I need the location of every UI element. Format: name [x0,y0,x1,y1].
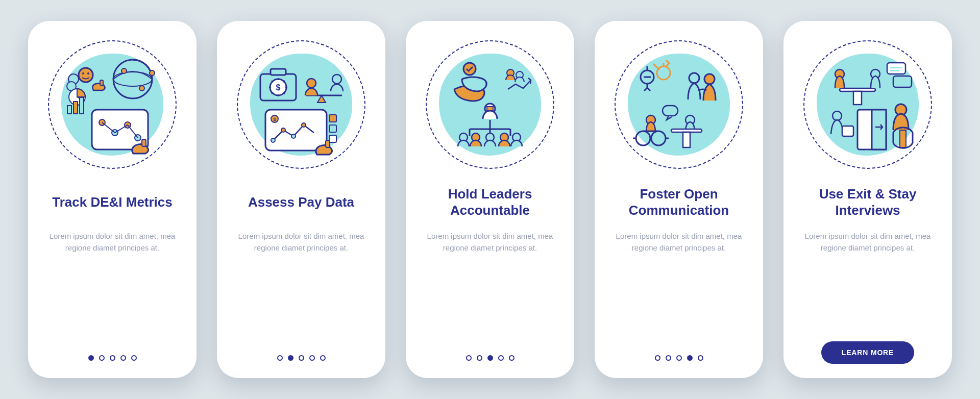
card-body: Lorem ipsum dolor sit dim amet, mea regi… [417,230,563,254]
card-title: Assess Pay Data [244,185,358,219]
communication-icon [623,48,735,161]
card-title: Use Exit & Stay Interviews [795,185,941,219]
svg-point-31 [291,134,296,138]
pay-data-icon: $ $ [245,48,357,161]
dot-1[interactable] [655,355,660,361]
dot-4[interactable] [498,355,504,361]
dot-3[interactable] [299,355,304,361]
dot-5[interactable] [698,355,703,361]
card-body: Lorem ipsum dolor sit dim amet, mea regi… [795,230,941,254]
dot-5[interactable] [320,355,326,361]
pagination-dots [277,355,326,361]
svg-rect-34 [329,125,336,132]
onboarding-card-4: Foster Open Communication Lorem ipsum do… [595,21,763,378]
interviews-illustration [801,38,934,171]
svg-rect-33 [329,115,336,122]
learn-more-button[interactable]: LEARN MORE [821,341,915,364]
pagination-dots [655,355,703,361]
communication-illustration [612,38,745,171]
dot-5[interactable] [509,355,514,361]
svg-point-4 [150,70,155,76]
svg-point-50 [704,74,715,84]
onboarding-cards-row: Track DE&I Metrics Lorem ipsum dolor sit… [28,21,952,378]
dot-4[interactable] [120,355,126,361]
card-title: Foster Open Communication [606,185,752,219]
pagination-dots [88,355,137,361]
metrics-illustration [46,38,179,171]
svg-point-69 [832,111,842,120]
dot-4[interactable] [687,355,693,361]
pay-data-illustration: $ $ [235,38,368,171]
dot-2[interactable] [666,355,671,361]
svg-point-24 [307,79,316,88]
leaders-illustration [424,38,556,171]
svg-text:$: $ [273,117,276,122]
interviews-icon [812,48,924,161]
card-title: Track DE&I Metrics [48,185,177,219]
svg-point-37 [463,63,476,75]
dot-3[interactable] [110,355,115,361]
svg-point-53 [651,131,666,145]
dot-2[interactable] [477,355,482,361]
svg-point-30 [281,128,285,132]
svg-rect-10 [67,106,71,114]
svg-point-29 [271,138,275,142]
svg-rect-57 [663,106,678,116]
metrics-icon [56,48,168,161]
svg-rect-12 [80,97,84,114]
svg-point-2 [121,68,127,73]
svg-rect-68 [872,110,886,149]
dot-2[interactable] [288,355,293,361]
svg-point-6 [82,72,84,74]
dot-1[interactable] [466,355,472,361]
onboarding-card-2: $ $ A [217,21,385,378]
dot-2[interactable] [99,355,105,361]
svg-rect-64 [890,70,899,71]
svg-rect-59 [853,91,862,105]
card-body: Lorem ipsum dolor sit dim amet, mea regi… [39,230,185,254]
dot-1[interactable] [88,355,94,361]
dot-3[interactable] [487,355,493,361]
card-body: Lorem ipsum dolor sit dim amet, mea regi… [606,230,752,254]
svg-text:$: $ [276,83,281,92]
svg-rect-56 [683,132,690,147]
svg-rect-21 [271,69,286,75]
leaders-icon [434,48,546,161]
onboarding-card-5: Use Exit & Stay Interviews Lorem ipsum d… [783,21,952,378]
svg-rect-18 [142,139,146,146]
onboarding-card-3: Hold Leaders Accountable Lorem ipsum dol… [406,21,574,378]
svg-rect-63 [890,67,902,68]
svg-rect-71 [900,130,906,147]
svg-rect-70 [842,126,853,136]
svg-point-52 [636,131,650,145]
svg-rect-65 [893,76,912,87]
svg-rect-41 [487,107,493,111]
dot-5[interactable] [131,355,137,361]
svg-point-25 [332,74,341,84]
svg-point-7 [87,72,89,74]
svg-rect-35 [329,135,336,142]
svg-point-5 [79,68,93,82]
card-body: Lorem ipsum dolor sit dim amet, mea regi… [228,230,374,254]
svg-point-3 [139,86,144,91]
dot-1[interactable] [277,355,283,361]
card-title: Hold Leaders Accountable [417,185,563,219]
dot-4[interactable] [309,355,315,361]
svg-rect-36 [326,140,330,147]
onboarding-card-1: Track DE&I Metrics Lorem ipsum dolor sit… [28,21,197,378]
svg-point-49 [689,73,699,83]
dot-3[interactable] [676,355,682,361]
pagination-dots [466,355,514,361]
svg-rect-19 [100,80,103,85]
svg-rect-11 [74,102,78,114]
svg-point-32 [302,123,306,127]
